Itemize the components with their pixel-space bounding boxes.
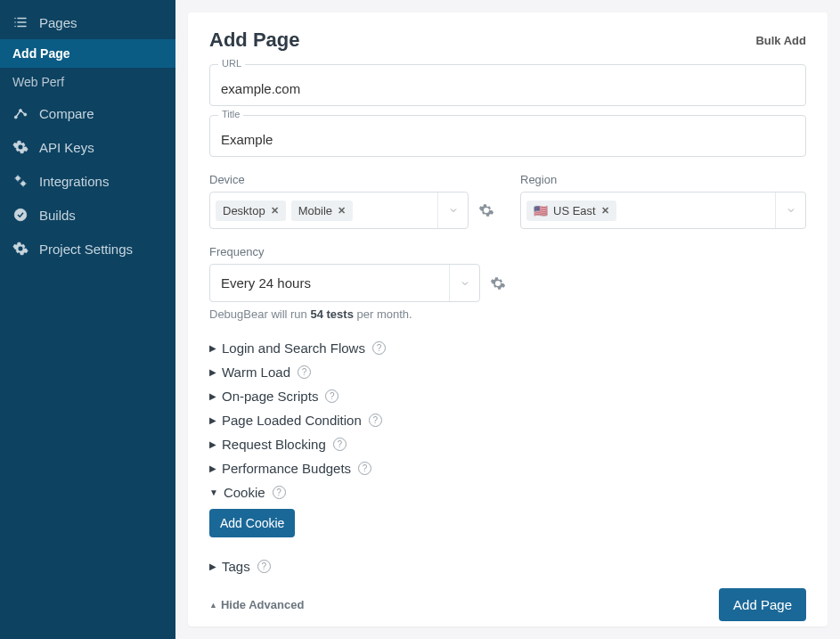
card-footer: ▲ Hide Advanced Add Page: [209, 574, 806, 621]
chip-label: US East: [553, 204, 596, 217]
svg-point-3: [16, 176, 20, 181]
sidebar-subitem-add-page[interactable]: Add Page: [0, 39, 175, 68]
gear-icon: [478, 202, 494, 218]
help-icon[interactable]: ?: [369, 414, 382, 427]
title-field-group: Title: [209, 115, 806, 157]
adv-section-label: Warm Load: [222, 365, 290, 380]
dropdown-toggle[interactable]: [775, 193, 805, 228]
adv-section-label: Performance Budgets: [222, 461, 351, 476]
help-icon[interactable]: ?: [372, 341, 386, 355]
check-circle-icon: [12, 207, 29, 223]
gears-icon: [12, 173, 29, 189]
region-select[interactable]: 🇺🇸 US East ✕: [520, 192, 806, 229]
caret-right-icon: ▶: [209, 463, 216, 473]
sidebar-item-pages[interactable]: Pages: [0, 5, 175, 39]
list-icon: [12, 14, 29, 30]
help-icon[interactable]: ?: [358, 462, 371, 475]
help-icon[interactable]: ?: [325, 389, 338, 403]
device-chip-desktop: Desktop ✕: [216, 201, 286, 221]
adv-section-login-search-flows[interactable]: ▶ Login and Search Flows ?: [209, 340, 806, 356]
add-page-button[interactable]: Add Page: [719, 588, 806, 621]
sidebar-item-integrations[interactable]: Integrations: [0, 164, 175, 198]
dropdown-toggle[interactable]: [437, 193, 468, 228]
device-chip-mobile: Mobile ✕: [291, 201, 353, 221]
sidebar-subitem-web-perf[interactable]: Web Perf: [0, 68, 175, 96]
adv-section-performance-budgets[interactable]: ▶ Performance Budgets ?: [209, 461, 806, 476]
main-content: Add Page Bulk Add URL Title Device Deskt…: [175, 0, 840, 639]
adv-section-label: Tags: [222, 559, 250, 574]
frequency-select[interactable]: Every 24 hours: [209, 264, 480, 302]
title-label: Title: [218, 109, 243, 119]
chevron-down-icon: [448, 205, 459, 216]
sidebar-item-label: Pages: [39, 15, 77, 30]
gear-icon: [12, 139, 29, 155]
frequency-hint: DebugBear will run 54 tests per month.: [209, 307, 507, 321]
caret-right-icon: ▶: [209, 439, 216, 449]
caret-right-icon: ▶: [209, 415, 216, 425]
device-select[interactable]: Desktop ✕ Mobile ✕: [209, 192, 469, 229]
sidebar-subitem-label: Web Perf: [12, 75, 64, 89]
sidebar-item-api-keys[interactable]: API Keys: [0, 130, 175, 164]
page-title: Add Page: [209, 29, 299, 52]
bulk-add-link[interactable]: Bulk Add: [755, 34, 806, 47]
title-input[interactable]: [209, 115, 806, 157]
hide-advanced-label: Hide Advanced: [221, 598, 304, 611]
device-label: Device: [209, 173, 495, 186]
sidebar-item-label: API Keys: [39, 140, 94, 155]
help-icon[interactable]: ?: [333, 438, 347, 451]
help-icon[interactable]: ?: [257, 560, 271, 573]
adv-section-label: Login and Search Flows: [222, 340, 365, 356]
region-chip-useast: 🇺🇸 US East ✕: [526, 201, 616, 221]
url-input[interactable]: [209, 64, 806, 106]
adv-section-tags[interactable]: ▶ Tags ?: [209, 559, 806, 574]
adv-section-label: Request Blocking: [222, 437, 326, 452]
hide-advanced-toggle[interactable]: ▲ Hide Advanced: [209, 598, 304, 611]
frequency-settings-button[interactable]: [489, 274, 507, 292]
chip-remove-icon[interactable]: ✕: [601, 205, 609, 217]
advanced-sections: ▶ Login and Search Flows ? ▶ Warm Load ?…: [209, 340, 806, 574]
region-label: Region: [520, 173, 806, 186]
adv-section-label: Page Loaded Condition: [222, 413, 362, 428]
add-page-card: Add Page Bulk Add URL Title Device Deskt…: [188, 12, 828, 627]
flag-icon: 🇺🇸: [534, 204, 548, 217]
chip-remove-icon[interactable]: ✕: [271, 205, 279, 217]
card-header: Add Page Bulk Add: [209, 29, 806, 52]
device-settings-button[interactable]: [477, 201, 495, 219]
sidebar-item-label: Builds: [39, 208, 76, 223]
adv-section-on-page-scripts[interactable]: ▶ On-page Scripts ?: [209, 389, 806, 404]
gear-icon: [490, 275, 506, 291]
help-icon[interactable]: ?: [298, 365, 311, 379]
chip-remove-icon[interactable]: ✕: [338, 205, 346, 217]
caret-right-icon: ▶: [209, 561, 216, 571]
adv-section-warm-load[interactable]: ▶ Warm Load ?: [209, 365, 806, 380]
sidebar-item-project-settings[interactable]: Project Settings: [0, 232, 175, 266]
dropdown-toggle[interactable]: [449, 265, 479, 301]
caret-up-icon: ▲: [209, 601, 217, 610]
chevron-down-icon: [460, 278, 470, 289]
frequency-value: Every 24 hours: [221, 275, 311, 291]
sidebar-item-builds[interactable]: Builds: [0, 198, 175, 232]
adv-section-cookie[interactable]: ▼ Cookie ?: [209, 485, 806, 500]
help-icon[interactable]: ?: [273, 486, 286, 499]
caret-right-icon: ▶: [209, 343, 216, 353]
sidebar-item-compare[interactable]: Compare: [0, 96, 175, 130]
caret-right-icon: ▶: [209, 391, 216, 401]
compare-icon: [12, 105, 29, 121]
sidebar-item-label: Integrations: [39, 174, 109, 189]
sidebar-item-label: Project Settings: [39, 242, 133, 257]
svg-point-5: [14, 209, 27, 221]
frequency-label: Frequency: [209, 245, 507, 258]
gear-icon: [12, 241, 29, 257]
caret-right-icon: ▶: [209, 367, 216, 377]
sidebar-item-label: Compare: [39, 106, 94, 121]
adv-section-label: On-page Scripts: [222, 389, 318, 404]
chevron-down-icon: [786, 205, 796, 216]
adv-section-label: Cookie: [224, 485, 265, 500]
url-label: URL: [218, 58, 245, 69]
caret-down-icon: ▼: [209, 487, 218, 497]
adv-section-page-loaded-condition[interactable]: ▶ Page Loaded Condition ?: [209, 413, 806, 428]
add-cookie-button[interactable]: Add Cookie: [209, 509, 295, 537]
adv-section-request-blocking[interactable]: ▶ Request Blocking ?: [209, 437, 806, 452]
url-field-group: URL: [209, 64, 806, 106]
sidebar-subitem-label: Add Page: [12, 46, 70, 61]
